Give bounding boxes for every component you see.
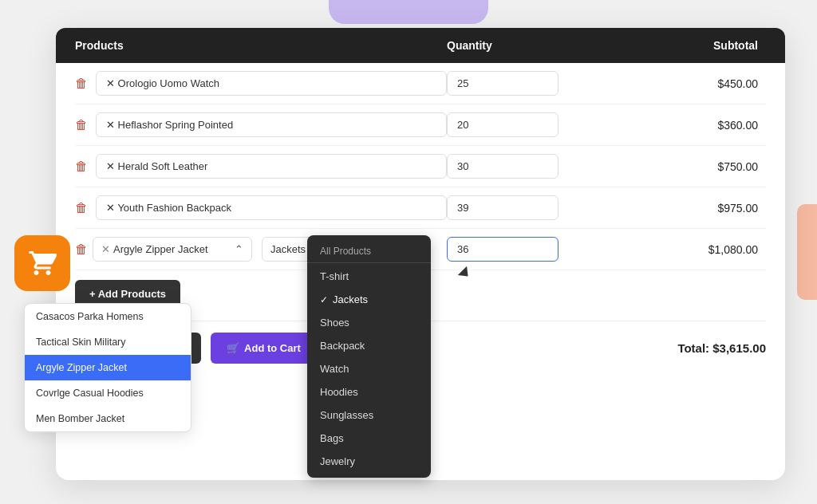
category-item-jewelry[interactable]: Jewelry	[307, 450, 431, 473]
total-label: Total:	[677, 341, 709, 355]
subtotal-4: $975.00	[622, 202, 766, 215]
add-to-cart-button[interactable]: 🛒 Add to Cart	[211, 333, 317, 364]
x-tag: ✕	[101, 243, 110, 255]
quantity-input-4[interactable]	[447, 195, 558, 220]
quantity-cell-1	[447, 71, 622, 96]
quantity-cell-5	[447, 237, 622, 262]
check-icon: ✓	[320, 294, 328, 305]
delete-icon-3[interactable]: 🗑	[75, 159, 88, 174]
category-item-jackets[interactable]: ✓ Jackets	[307, 288, 431, 311]
product-item-4[interactable]: Covrlge Casual Hoodies	[25, 380, 191, 406]
col-products: Products	[75, 39, 447, 52]
delete-icon-2[interactable]: 🗑	[75, 118, 88, 132]
page-wrapper: Products Quantity Subtotal 🗑 $450.00 🗑	[0, 0, 817, 504]
category-item-hoodies[interactable]: Hoodies	[307, 380, 431, 404]
subtotal-1: $450.00	[622, 77, 766, 90]
add-to-cart-label: Add to Cart	[244, 342, 301, 354]
row-product-1: 🗑	[75, 71, 447, 96]
product-input-4[interactable]	[96, 195, 447, 220]
col-quantity: Quantity	[447, 39, 622, 52]
product-input-1[interactable]	[96, 71, 447, 96]
category-dropdown-header: All Products	[307, 240, 431, 263]
blob-top	[329, 0, 488, 24]
table-header: Products Quantity Subtotal	[56, 28, 785, 63]
table-row: 🗑 $750.00	[75, 146, 766, 187]
quantity-input-5[interactable]	[447, 237, 558, 262]
category-item-watch[interactable]: Watch	[307, 357, 431, 380]
product-dropdown: Casacos Parka Homens Tactical Skin Milit…	[24, 303, 191, 432]
quantity-cell-4	[447, 195, 622, 220]
table-row: 🗑 $975.00	[75, 187, 766, 229]
quantity-input-2[interactable]	[447, 112, 558, 137]
product-input-2[interactable]	[96, 112, 447, 137]
selected-product-label: Argyle Zipper Jacket	[113, 243, 208, 255]
row-product-3: 🗑	[75, 154, 447, 179]
product-item-5[interactable]: Men Bomber Jacket	[25, 406, 191, 431]
cart-icon: 🛒	[227, 342, 239, 354]
product-selector-5[interactable]: ✕ Argyle Zipper Jacket ⌃	[93, 237, 252, 262]
delete-icon-1[interactable]: 🗑	[75, 77, 88, 91]
row-product-2: 🗑	[75, 112, 447, 137]
product-input-3[interactable]	[96, 154, 447, 179]
quantity-input-3[interactable]	[447, 154, 558, 179]
quantity-cell-3	[447, 154, 622, 179]
row-product-4: 🗑	[75, 195, 447, 220]
blob-right	[797, 204, 817, 300]
cart-icon-badge	[14, 235, 70, 291]
quantity-cell-2	[447, 112, 622, 137]
col-subtotal: Subtotal	[622, 39, 766, 52]
table-row: 🗑 $450.00	[75, 63, 766, 104]
category-item-tshirt[interactable]: T-shirt	[307, 265, 431, 288]
category-dropdown: All Products T-shirt ✓ Jackets Shoes Bac…	[307, 235, 431, 478]
product-item-2[interactable]: Tactical Skin Military	[25, 329, 191, 355]
subtotal-5: $1,080.00	[622, 243, 766, 256]
category-item-sunglasses[interactable]: Sunglasses	[307, 404, 431, 427]
category-item-bags[interactable]: Bags	[307, 427, 431, 450]
delete-icon-4[interactable]: 🗑	[75, 201, 88, 215]
quantity-input-1[interactable]	[447, 71, 558, 96]
delete-icon-5[interactable]: 🗑	[75, 242, 88, 257]
product-item-3[interactable]: Argyle Zipper Jacket	[25, 355, 191, 380]
subtotal-2: $360.00	[622, 119, 766, 132]
subtotal-3: $750.00	[622, 160, 766, 173]
chevron-up-icon[interactable]: ⌃	[235, 243, 243, 255]
product-item-1[interactable]: Casacos Parka Homens	[25, 304, 191, 329]
category-item-backpack[interactable]: Backpack	[307, 334, 431, 357]
category-label: Jackets	[270, 243, 306, 255]
total-display: Total: $3,615.00	[677, 341, 766, 355]
total-value: $3,615.00	[712, 341, 766, 355]
category-item-shoes[interactable]: Shoes	[307, 311, 431, 334]
table-row: 🗑 $360.00	[75, 104, 766, 146]
